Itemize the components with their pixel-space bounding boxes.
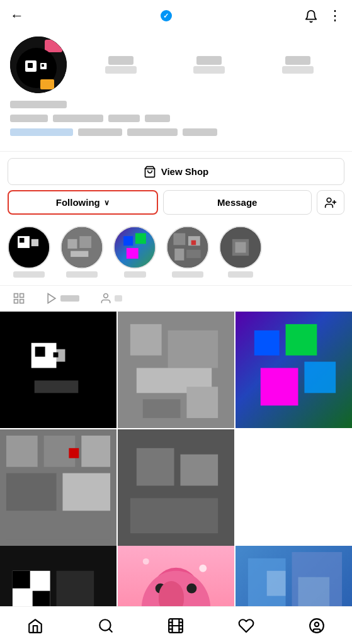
svg-rect-36 [20,300,24,303]
bio-line-2 [53,115,103,122]
svg-rect-65 [137,448,174,486]
highlight-label-4 [172,271,203,278]
header-right: ⋮ [304,8,342,24]
notification-bell-icon[interactable] [304,8,318,24]
posts-grid [0,312,352,546]
svg-rect-32 [236,242,246,253]
avatar [10,37,67,93]
highlight-item-4[interactable] [166,226,209,278]
post-cell-5[interactable] [118,429,234,546]
svg-rect-59 [81,436,110,467]
svg-rect-62 [6,517,110,539]
post-cell-1[interactable] [0,312,116,428]
svg-rect-7 [40,79,54,89]
profile-stats [77,56,342,74]
svg-rect-15 [31,239,38,246]
highlight-label-2 [66,271,98,278]
stat-followers-num [196,56,222,65]
svg-rect-22 [135,234,146,244]
bio-line-4 [145,115,170,122]
verified-badge: ✓ [161,10,172,21]
highlight-circle-5 [219,226,262,269]
svg-point-9 [327,198,331,203]
svg-point-38 [104,294,108,298]
stat-posts-label [105,66,137,74]
svg-rect-52 [254,330,280,356]
svg-rect-80 [199,565,207,572]
svg-rect-6 [42,64,44,67]
stat-followers-label [193,66,225,74]
stat-following [282,56,314,74]
svg-rect-47 [168,330,219,368]
nav-likes-button[interactable] [230,610,262,641]
nav-home-button[interactable] [20,610,51,641]
tab-grid[interactable] [8,286,30,311]
stat-followers [193,56,225,74]
header-username-area: ✓ [157,10,172,21]
profile-top [10,37,342,93]
post-cell-3[interactable] [236,312,352,428]
svg-rect-25 [173,234,185,246]
view-shop-button[interactable]: View Shop [8,158,344,185]
more-options-icon[interactable]: ⋮ [328,8,342,24]
svg-rect-18 [79,236,91,248]
svg-rect-1 [45,40,62,52]
header: ← ✓ ⋮ [0,0,352,31]
stat-following-num [285,56,310,65]
svg-rect-77 [156,584,166,594]
highlight-item-2[interactable] [60,226,103,278]
back-button[interactable]: ← [10,8,24,24]
svg-rect-70 [13,571,30,589]
following-button[interactable]: Following ∨ [8,190,158,215]
add-person-button[interactable] [317,190,344,215]
svg-rect-33 [14,294,18,298]
highlight-item-3[interactable] [113,226,156,278]
nav-search-button[interactable] [90,610,122,641]
svg-line-89 [109,629,112,632]
tab-reels[interactable] [40,286,84,311]
svg-rect-72 [57,571,94,609]
profile-bio [10,101,342,140]
view-shop-label: View Shop [161,166,209,177]
svg-rect-49 [143,399,181,418]
message-button[interactable]: Message [163,190,312,215]
post-cell-4[interactable] [0,429,116,546]
svg-rect-35 [14,300,18,303]
highlight-circle-2 [60,226,103,269]
bio-line-6 [78,128,122,136]
bio-line-8 [183,128,217,136]
post-cell-2[interactable] [118,312,234,428]
svg-rect-14 [20,238,25,243]
svg-rect-53 [286,324,317,356]
highlight-item-5[interactable] [219,226,262,278]
tab-label-1 [60,295,79,302]
action-buttons: View Shop Following ∨ Message [0,152,352,221]
highlight-circle-4 [166,226,209,269]
svg-point-99 [315,622,319,626]
bio-line-1 [10,115,48,122]
highlight-label-1 [13,271,45,278]
svg-rect-20 [115,227,155,268]
highlight-circle-1 [8,226,50,269]
nav-profile-button[interactable] [301,610,332,641]
svg-rect-63 [69,448,79,458]
svg-rect-4 [28,63,33,68]
bottom-nav [0,606,352,644]
message-label: Message [217,197,257,208]
svg-rect-57 [6,436,38,467]
svg-rect-29 [191,240,196,246]
tab-tagged[interactable] [94,286,127,311]
svg-rect-81 [143,558,149,565]
tabs-area [0,285,352,312]
profile-name-blur [10,101,67,108]
highlight-item-1[interactable] [8,226,50,278]
svg-rect-55 [304,362,336,393]
svg-rect-21 [123,236,133,246]
svg-rect-46 [130,324,162,356]
svg-marker-37 [48,294,55,303]
chevron-down-icon: ∨ [104,198,110,207]
stat-following-label [282,66,314,74]
nav-reels-button[interactable] [160,610,191,641]
svg-rect-19 [71,251,88,257]
svg-rect-50 [186,387,218,419]
